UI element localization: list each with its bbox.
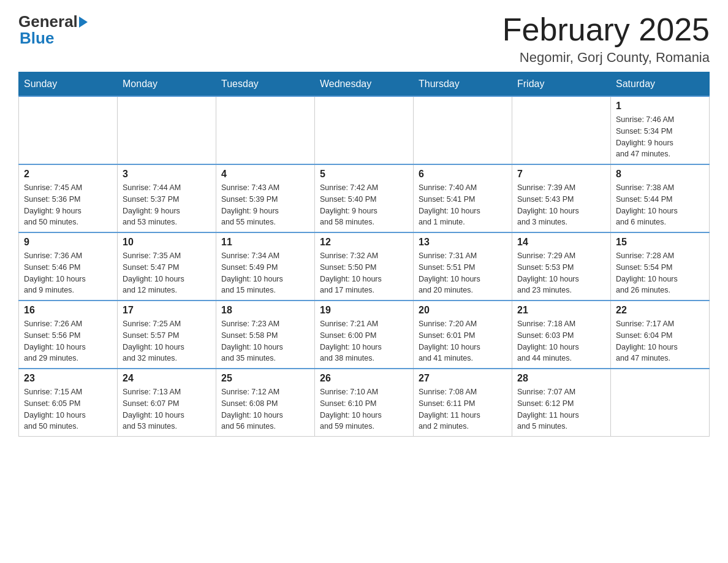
- logo: General Blue: [18, 12, 89, 48]
- calendar-cell-1-6: [512, 96, 611, 164]
- day-info: Sunrise: 7:45 AMSunset: 5:36 PMDaylight:…: [24, 182, 112, 228]
- week-row-5: 23Sunrise: 7:15 AMSunset: 6:05 PMDayligh…: [19, 369, 710, 437]
- calendar-cell-1-3: [216, 96, 315, 164]
- day-info: Sunrise: 7:32 AMSunset: 5:50 PMDaylight:…: [320, 250, 408, 296]
- day-number: 28: [517, 373, 605, 384]
- calendar-cell-4-3: 18Sunrise: 7:23 AMSunset: 5:58 PMDayligh…: [216, 301, 315, 369]
- day-info: Sunrise: 7:28 AMSunset: 5:54 PMDaylight:…: [616, 250, 704, 296]
- day-number: 13: [419, 237, 507, 248]
- calendar-cell-2-6: 7Sunrise: 7:39 AMSunset: 5:43 PMDaylight…: [512, 164, 611, 232]
- day-number: 21: [517, 305, 605, 316]
- day-number: 24: [123, 373, 211, 384]
- calendar-cell-2-3: 4Sunrise: 7:43 AMSunset: 5:39 PMDaylight…: [216, 164, 315, 232]
- day-number: 20: [419, 305, 507, 316]
- day-info: Sunrise: 7:15 AMSunset: 6:05 PMDaylight:…: [24, 386, 112, 432]
- logo-arrow-icon: [79, 17, 88, 28]
- calendar-cell-4-6: 21Sunrise: 7:18 AMSunset: 6:03 PMDayligh…: [512, 301, 611, 369]
- day-info: Sunrise: 7:31 AMSunset: 5:51 PMDaylight:…: [419, 250, 507, 296]
- calendar-cell-1-2: [118, 96, 216, 164]
- day-number: 3: [123, 169, 211, 180]
- day-number: 8: [616, 169, 704, 180]
- calendar-cell-3-1: 9Sunrise: 7:36 AMSunset: 5:46 PMDaylight…: [19, 232, 118, 301]
- day-info: Sunrise: 7:08 AMSunset: 6:11 PMDaylight:…: [419, 386, 507, 432]
- day-info: Sunrise: 7:29 AMSunset: 5:53 PMDaylight:…: [517, 250, 605, 296]
- day-number: 18: [221, 305, 309, 316]
- day-number: 4: [221, 169, 309, 180]
- calendar-cell-3-5: 13Sunrise: 7:31 AMSunset: 5:51 PMDayligh…: [414, 232, 512, 301]
- day-number: 9: [24, 237, 112, 248]
- day-number: 1: [616, 101, 704, 112]
- calendar-cell-5-4: 26Sunrise: 7:10 AMSunset: 6:10 PMDayligh…: [315, 369, 414, 437]
- day-info: Sunrise: 7:26 AMSunset: 5:56 PMDaylight:…: [24, 318, 112, 364]
- calendar-cell-1-4: [315, 96, 414, 164]
- day-info: Sunrise: 7:12 AMSunset: 6:08 PMDaylight:…: [221, 386, 309, 432]
- day-number: 12: [320, 237, 408, 248]
- weekday-header-wednesday: Wednesday: [315, 72, 414, 97]
- day-info: Sunrise: 7:35 AMSunset: 5:47 PMDaylight:…: [123, 250, 211, 296]
- day-info: Sunrise: 7:34 AMSunset: 5:49 PMDaylight:…: [221, 250, 309, 296]
- location-subtitle: Negomir, Gorj County, Romania: [502, 50, 710, 66]
- calendar-cell-4-2: 17Sunrise: 7:25 AMSunset: 5:57 PMDayligh…: [118, 301, 216, 369]
- week-row-1: 1Sunrise: 7:46 AMSunset: 5:34 PMDaylight…: [19, 96, 710, 164]
- calendar-cell-3-4: 12Sunrise: 7:32 AMSunset: 5:50 PMDayligh…: [315, 232, 414, 301]
- weekday-header-thursday: Thursday: [414, 72, 512, 97]
- weekday-header-tuesday: Tuesday: [216, 72, 315, 97]
- calendar-cell-2-1: 2Sunrise: 7:45 AMSunset: 5:36 PMDaylight…: [19, 164, 118, 232]
- title-section: February 2025 Negomir, Gorj County, Roma…: [502, 12, 710, 66]
- calendar-cell-5-6: 28Sunrise: 7:07 AMSunset: 6:12 PMDayligh…: [512, 369, 611, 437]
- day-info: Sunrise: 7:44 AMSunset: 5:37 PMDaylight:…: [123, 182, 211, 228]
- day-number: 5: [320, 169, 408, 180]
- calendar-cell-2-7: 8Sunrise: 7:38 AMSunset: 5:44 PMDaylight…: [611, 164, 710, 232]
- day-number: 26: [320, 373, 408, 384]
- day-number: 19: [320, 305, 408, 316]
- day-info: Sunrise: 7:13 AMSunset: 6:07 PMDaylight:…: [123, 386, 211, 432]
- calendar-cell-3-3: 11Sunrise: 7:34 AMSunset: 5:49 PMDayligh…: [216, 232, 315, 301]
- day-number: 25: [221, 373, 309, 384]
- day-info: Sunrise: 7:36 AMSunset: 5:46 PMDaylight:…: [24, 250, 112, 296]
- day-number: 14: [517, 237, 605, 248]
- calendar-cell-4-5: 20Sunrise: 7:20 AMSunset: 6:01 PMDayligh…: [414, 301, 512, 369]
- calendar-cell-4-4: 19Sunrise: 7:21 AMSunset: 6:00 PMDayligh…: [315, 301, 414, 369]
- day-number: 23: [24, 373, 112, 384]
- day-number: 16: [24, 305, 112, 316]
- weekday-header-sunday: Sunday: [19, 72, 118, 97]
- day-number: 7: [517, 169, 605, 180]
- calendar-cell-4-1: 16Sunrise: 7:26 AMSunset: 5:56 PMDayligh…: [19, 301, 118, 369]
- day-info: Sunrise: 7:17 AMSunset: 6:04 PMDaylight:…: [616, 318, 704, 364]
- day-info: Sunrise: 7:10 AMSunset: 6:10 PMDaylight:…: [320, 386, 408, 432]
- calendar-cell-5-7: [611, 369, 710, 437]
- week-row-3: 9Sunrise: 7:36 AMSunset: 5:46 PMDaylight…: [19, 232, 710, 301]
- day-info: Sunrise: 7:38 AMSunset: 5:44 PMDaylight:…: [616, 182, 704, 228]
- day-info: Sunrise: 7:18 AMSunset: 6:03 PMDaylight:…: [517, 318, 605, 364]
- day-number: 6: [419, 169, 507, 180]
- calendar-table: SundayMondayTuesdayWednesdayThursdayFrid…: [18, 72, 710, 437]
- calendar-cell-5-5: 27Sunrise: 7:08 AMSunset: 6:11 PMDayligh…: [414, 369, 512, 437]
- day-info: Sunrise: 7:42 AMSunset: 5:40 PMDaylight:…: [320, 182, 408, 228]
- day-info: Sunrise: 7:39 AMSunset: 5:43 PMDaylight:…: [517, 182, 605, 228]
- calendar-cell-5-1: 23Sunrise: 7:15 AMSunset: 6:05 PMDayligh…: [19, 369, 118, 437]
- day-info: Sunrise: 7:25 AMSunset: 5:57 PMDaylight:…: [123, 318, 211, 364]
- calendar-cell-5-2: 24Sunrise: 7:13 AMSunset: 6:07 PMDayligh…: [118, 369, 216, 437]
- week-row-4: 16Sunrise: 7:26 AMSunset: 5:56 PMDayligh…: [19, 301, 710, 369]
- day-info: Sunrise: 7:20 AMSunset: 6:01 PMDaylight:…: [419, 318, 507, 364]
- weekday-header-row: SundayMondayTuesdayWednesdayThursdayFrid…: [19, 72, 710, 97]
- day-number: 17: [123, 305, 211, 316]
- calendar-cell-4-7: 22Sunrise: 7:17 AMSunset: 6:04 PMDayligh…: [611, 301, 710, 369]
- day-info: Sunrise: 7:40 AMSunset: 5:41 PMDaylight:…: [419, 182, 507, 228]
- weekday-header-monday: Monday: [118, 72, 216, 97]
- day-number: 10: [123, 237, 211, 248]
- calendar-cell-3-6: 14Sunrise: 7:29 AMSunset: 5:53 PMDayligh…: [512, 232, 611, 301]
- day-number: 22: [616, 305, 704, 316]
- weekday-header-saturday: Saturday: [611, 72, 710, 97]
- day-info: Sunrise: 7:07 AMSunset: 6:12 PMDaylight:…: [517, 386, 605, 432]
- calendar-cell-1-5: [414, 96, 512, 164]
- calendar-cell-1-7: 1Sunrise: 7:46 AMSunset: 5:34 PMDaylight…: [611, 96, 710, 164]
- weekday-header-friday: Friday: [512, 72, 611, 97]
- month-title: February 2025: [502, 12, 710, 47]
- day-info: Sunrise: 7:43 AMSunset: 5:39 PMDaylight:…: [221, 182, 309, 228]
- week-row-2: 2Sunrise: 7:45 AMSunset: 5:36 PMDaylight…: [19, 164, 710, 232]
- day-number: 27: [419, 373, 507, 384]
- day-info: Sunrise: 7:46 AMSunset: 5:34 PMDaylight:…: [616, 114, 704, 160]
- day-number: 2: [24, 169, 112, 180]
- day-number: 11: [221, 237, 309, 248]
